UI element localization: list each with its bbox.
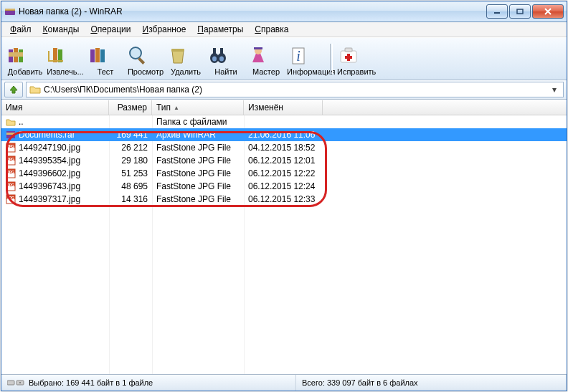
file-modified: 06.12.2015 12:24: [244, 181, 323, 191]
jpg-file-icon: JPG: [6, 143, 16, 153]
title-bar[interactable]: Новая папка (2) - WinRAR: [1, 1, 567, 22]
minimize-button[interactable]: [486, 4, 508, 19]
toolbar-label: Мастер: [252, 67, 280, 76]
toolbar-extract-button[interactable]: Извлечь...: [46, 42, 85, 76]
file-row[interactable]: JPG1449395354.jpg29 180FastStone JPG Fil…: [1, 154, 567, 167]
file-type: Архив WinRAR: [152, 130, 244, 140]
file-size: 48 695: [109, 181, 152, 191]
up-button[interactable]: [4, 82, 23, 97]
toolbar-label: Исправить: [337, 67, 376, 76]
header-type[interactable]: Тип▲: [152, 100, 244, 115]
jpg-file-icon: JPG: [6, 168, 16, 178]
svg-point-19: [212, 56, 217, 61]
column-headers: Имя Размер Тип▲ Изменён: [1, 100, 567, 115]
menu-параметры[interactable]: Параметры: [191, 23, 249, 36]
rar-file-icon: [6, 130, 16, 140]
svg-text:JPG: JPG: [7, 183, 14, 187]
file-row[interactable]: JPG1449247190.jpg26 212FastStone JPG Fil…: [1, 141, 567, 154]
file-name: 1449396602.jpg: [19, 168, 80, 178]
file-modified: 06.12.2015 12:01: [244, 156, 323, 166]
file-type: FastStone JPG File: [152, 143, 244, 153]
magnifier-icon: [126, 44, 165, 67]
file-type: FastStone JPG File: [152, 181, 244, 191]
svg-rect-13: [100, 49, 105, 62]
toolbar-view-button[interactable]: Просмотр: [126, 42, 165, 76]
file-name: ..: [19, 117, 24, 127]
toolbar-info-button[interactable]: iИнформация: [287, 42, 326, 76]
file-modified: 06.12.2015 12:22: [244, 168, 323, 178]
parent-folder-row[interactable]: ..Папка с файлами: [1, 115, 567, 128]
info-i-icon: i: [287, 44, 326, 67]
up-arrow-icon: [8, 85, 19, 95]
books-add-icon: [6, 44, 44, 67]
svg-rect-2: [5, 10, 15, 11]
file-type: FastStone JPG File: [152, 194, 244, 204]
svg-point-50: [19, 382, 21, 383]
folder-up-icon: [6, 117, 16, 127]
books-test-icon: [86, 44, 125, 67]
svg-rect-24: [254, 47, 262, 49]
file-list[interactable]: ..Папка с файламиDocuments.rar169 441Арх…: [1, 115, 567, 374]
svg-text:JPG: JPG: [7, 170, 14, 174]
toolbar-find-button[interactable]: Найти: [207, 42, 245, 76]
file-row[interactable]: JPG1449396602.jpg51 253FastStone JPG Fil…: [1, 167, 567, 180]
folder-icon: [29, 85, 41, 95]
svg-rect-22: [220, 48, 223, 55]
header-name[interactable]: Имя: [1, 100, 109, 115]
file-row[interactable]: JPG1449397317.jpg14 316FastStone JPG Fil…: [1, 193, 567, 206]
status-selected: Выбрано: 169 441 байт в 1 файле: [1, 375, 296, 391]
file-row[interactable]: JPG1449396743.jpg48 695FastStone JPG Fil…: [1, 180, 567, 193]
sort-asc-icon: ▲: [174, 105, 179, 111]
svg-text:i: i: [296, 48, 300, 64]
toolbar-label: Удалить: [171, 67, 201, 76]
menu-операции[interactable]: Операции: [85, 23, 136, 36]
menu-избранное[interactable]: Избранное: [137, 23, 192, 36]
toolbar-separator: [330, 44, 333, 74]
svg-rect-12: [95, 48, 100, 62]
svg-rect-28: [345, 48, 352, 52]
address-field[interactable]: C:\Users\ПК\Documents\Новая папка (2) ▾: [26, 82, 564, 97]
disk-icon: [7, 378, 24, 387]
file-type: FastStone JPG File: [152, 168, 244, 178]
file-modified: 06.12.2015 12:33: [244, 194, 323, 204]
toolbar-wizard-button[interactable]: Мастер: [247, 42, 285, 76]
maximize-button[interactable]: [509, 4, 531, 19]
file-type: Папка с файлами: [152, 117, 244, 127]
first-aid-icon: [337, 44, 376, 67]
menu-bar: ФайлКомандыОперацииИзбранноеПараметрыСпр…: [1, 22, 567, 37]
svg-rect-11: [90, 49, 95, 62]
svg-text:JPG: JPG: [7, 144, 14, 148]
file-size: 169 441: [109, 130, 152, 140]
app-window: Новая папка (2) - WinRAR ФайлКомандыОпер…: [1, 1, 567, 391]
toolbar-test-button[interactable]: Тест: [86, 42, 125, 76]
binoculars-icon: [207, 44, 245, 67]
wizard-icon: [247, 44, 285, 67]
books-extract-icon: [46, 44, 85, 67]
menu-команды[interactable]: Команды: [37, 23, 85, 36]
toolbar-delete-button[interactable]: Удалить: [166, 42, 205, 76]
svg-rect-16: [171, 49, 184, 52]
file-row[interactable]: Documents.rar169 441Архив WinRAR21.06.20…: [1, 128, 567, 141]
svg-rect-48: [7, 381, 14, 385]
status-bar: Выбрано: 169 441 байт в 1 файле Всего: 3…: [1, 374, 567, 391]
jpg-file-icon: JPG: [6, 194, 16, 204]
menu-файл[interactable]: Файл: [4, 23, 37, 36]
close-button[interactable]: [532, 4, 564, 19]
menu-справка[interactable]: Справка: [249, 23, 294, 36]
svg-point-20: [219, 56, 224, 61]
svg-text:JPG: JPG: [7, 157, 14, 161]
header-modified[interactable]: Изменён: [244, 100, 323, 115]
toolbar-label: Найти: [214, 67, 237, 76]
address-dropdown-icon[interactable]: ▾: [549, 85, 560, 95]
svg-text:JPG: JPG: [7, 196, 14, 200]
file-name: 1449395354.jpg: [19, 156, 80, 166]
file-size: 26 212: [109, 143, 152, 153]
toolbar-add-button[interactable]: Добавить: [6, 42, 44, 76]
svg-rect-8: [9, 52, 23, 57]
toolbar-label: Просмотр: [128, 67, 164, 76]
toolbar-repair-button[interactable]: Исправить: [337, 42, 376, 76]
svg-rect-21: [213, 48, 216, 55]
file-modified: 21.06.2016 11:06: [244, 130, 323, 140]
svg-rect-4: [517, 9, 523, 14]
header-size[interactable]: Размер: [109, 100, 152, 115]
